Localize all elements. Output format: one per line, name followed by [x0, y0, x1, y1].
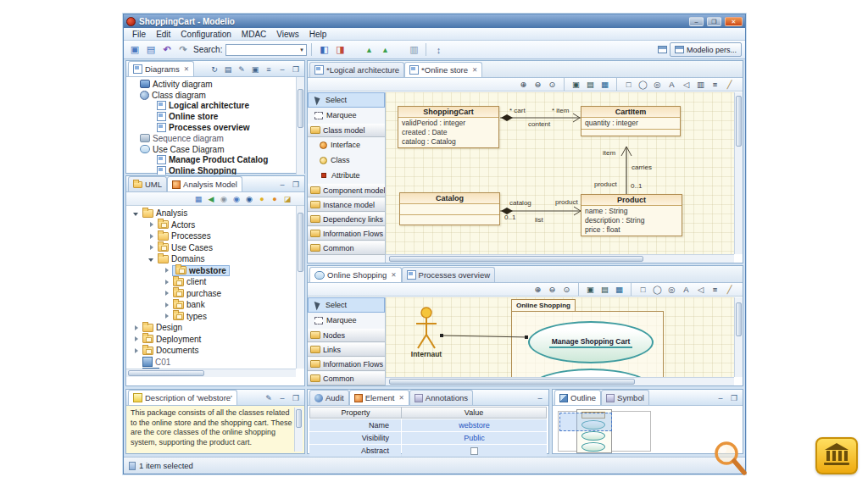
show-public-icon[interactable]: ◉ [231, 195, 242, 203]
minimize-panel-icon[interactable]: ‒ [715, 394, 726, 402]
show-grid-icon[interactable]: ◯ [637, 80, 649, 89]
palette-attribute[interactable]: Attribute [308, 168, 385, 183]
expander-icon[interactable] [148, 221, 155, 228]
tree-item-analysis[interactable]: Analysis [126, 208, 304, 219]
print-icon[interactable]: ▤ [584, 80, 597, 89]
tab-processes-overview[interactable]: Processes overview [402, 267, 495, 282]
menu-edit[interactable]: Edit [151, 30, 175, 39]
menu-configuration[interactable]: Configuration [175, 30, 236, 39]
tree-item-online-shopping[interactable]: Online Shopping [126, 165, 304, 175]
collapse-all-icon[interactable]: ▤ [223, 65, 233, 74]
save-diagram-icon[interactable]: ▣ [570, 80, 582, 89]
maximize-panel-icon[interactable]: ❐ [291, 65, 301, 74]
tab-close-icon[interactable]: ✕ [184, 65, 189, 73]
bank-icon[interactable] [815, 437, 858, 474]
tree-item-actors[interactable]: Actors [126, 219, 304, 231]
expander-open-icon[interactable] [148, 256, 155, 263]
close-diagram-icon[interactable]: ◨ [332, 42, 348, 57]
model-vscrollbar[interactable] [296, 206, 304, 369]
print-icon[interactable]: ▤ [598, 285, 611, 294]
menu-mdac[interactable]: MDAC [236, 30, 271, 39]
tab-element[interactable]: Element ✕ [349, 390, 409, 405]
property-row-abstract[interactable]: Abstract [309, 445, 547, 457]
expander-icon[interactable] [164, 290, 170, 297]
edit-icon[interactable]: ✎ [236, 65, 247, 74]
usecase-canvas-hscrollbar[interactable] [386, 377, 734, 385]
search-input[interactable] [226, 46, 297, 54]
tab-close-icon[interactable]: ✕ [472, 66, 477, 74]
description-text[interactable]: This package consists of all the classes… [126, 406, 304, 453]
page-setup-icon[interactable]: □ [637, 285, 649, 294]
expander-icon[interactable] [133, 347, 140, 354]
tree-item-processes-overview[interactable]: Processes overview [126, 122, 304, 133]
tab-diagrams[interactable]: Diagrams ✕ [128, 61, 194, 76]
tree-item-client[interactable]: client [126, 276, 304, 288]
font-icon[interactable]: A [680, 285, 693, 294]
undo-icon[interactable]: ↶ [159, 42, 175, 57]
refresh-icon[interactable]: ↻ [209, 65, 220, 74]
column-value[interactable]: Value [402, 407, 547, 419]
palette-marquee[interactable]: Marquee [308, 108, 385, 123]
expander-icon[interactable] [133, 324, 140, 331]
tree-item-domains[interactable]: Domains [126, 253, 304, 265]
tree-item-documents[interactable]: Documents [126, 345, 304, 357]
expander-icon[interactable] [164, 302, 170, 308]
pen-icon[interactable]: ╱ [723, 285, 736, 294]
tab-logical-architecture[interactable]: *Logical architecture [309, 62, 404, 77]
maximize-panel-icon[interactable]: ❐ [729, 394, 739, 402]
palette-group-component-model[interactable]: Component model [308, 183, 385, 197]
tree-item-purchase[interactable]: purchase [126, 288, 304, 300]
columns-icon[interactable]: ▥ [406, 42, 421, 57]
zoom-fit-icon[interactable]: ⊙ [546, 80, 559, 89]
lines-icon[interactable]: ≡ [709, 80, 721, 89]
export-image-icon[interactable]: ▦ [598, 80, 611, 89]
column-property[interactable]: Property [309, 407, 402, 419]
tree-item-manage-product-catalog[interactable]: Manage Product Catalog [126, 155, 304, 166]
menu-views[interactable]: Views [271, 30, 304, 39]
palette-group-nodes[interactable]: Nodes [308, 328, 385, 342]
tab-audit[interactable]: Audit [309, 390, 349, 405]
export-image-icon[interactable]: ▦ [613, 285, 626, 294]
tree-item-processes[interactable]: Processes [126, 230, 304, 242]
palette-group-common[interactable]: Common [308, 241, 385, 255]
palette-group-dependency-links[interactable]: Dependency links [308, 212, 385, 226]
page-setup-icon[interactable]: □ [622, 80, 635, 89]
palette-select[interactable]: Select [308, 297, 385, 313]
settings-icon[interactable]: ◪ [282, 195, 292, 203]
layout-icon[interactable]: ▥ [694, 80, 707, 89]
tab-description[interactable]: Description of 'webstore' [128, 390, 237, 405]
expander-icon[interactable] [133, 336, 140, 342]
property-value[interactable]: webstore [402, 419, 547, 431]
palette-interface[interactable]: Interface [308, 137, 385, 152]
tree-item-bank[interactable]: bank [126, 299, 304, 311]
tab-outline[interactable]: Outline [554, 390, 601, 405]
diagrams-scrollbar[interactable] [296, 77, 304, 175]
font-icon[interactable]: A [665, 80, 678, 89]
expander-icon[interactable] [164, 267, 170, 274]
tree-item-deployment[interactable]: Deployment [126, 334, 304, 346]
show-grid-icon[interactable]: ◯ [651, 285, 664, 294]
menu-help[interactable]: Help [304, 30, 332, 39]
tab-analysis-model[interactable]: Analysis Model [167, 176, 242, 191]
property-row-visibility[interactable]: Visibility Public [309, 432, 547, 444]
description-scrollbar[interactable] [294, 408, 303, 452]
perspective-icon[interactable] [658, 46, 667, 53]
filter-orange-icon[interactable]: ● [270, 195, 280, 203]
actor-internaut[interactable]: Internaut [401, 350, 452, 358]
palette-marquee[interactable]: Marquee [308, 313, 385, 328]
tab-uml[interactable]: UML [128, 176, 167, 191]
expander-icon[interactable] [148, 233, 155, 240]
open-diagram-icon[interactable]: ◧ [316, 42, 331, 57]
titlebar[interactable]: ShoppingCart - Modelio ‒ ❐ ✕ [124, 14, 745, 28]
minimize-panel-icon[interactable]: ‒ [277, 65, 287, 74]
close-button[interactable]: ✕ [725, 17, 743, 26]
zoom-fit-icon[interactable]: ⊙ [560, 285, 573, 294]
property-row-name[interactable]: Name webstore [309, 419, 547, 431]
tree-item-webstore[interactable]: webstore [126, 265, 304, 277]
filter-yellow-icon[interactable]: ● [257, 195, 267, 203]
menu-file[interactable]: File [127, 30, 151, 39]
tree-item-activity-diagram[interactable]: Activity diagram [126, 79, 304, 90]
sync-icon[interactable]: ↕ [431, 42, 446, 57]
tree-item-online-store[interactable]: Online store [126, 111, 304, 122]
tree-item-class-diagram[interactable]: Class diagram [126, 90, 304, 101]
